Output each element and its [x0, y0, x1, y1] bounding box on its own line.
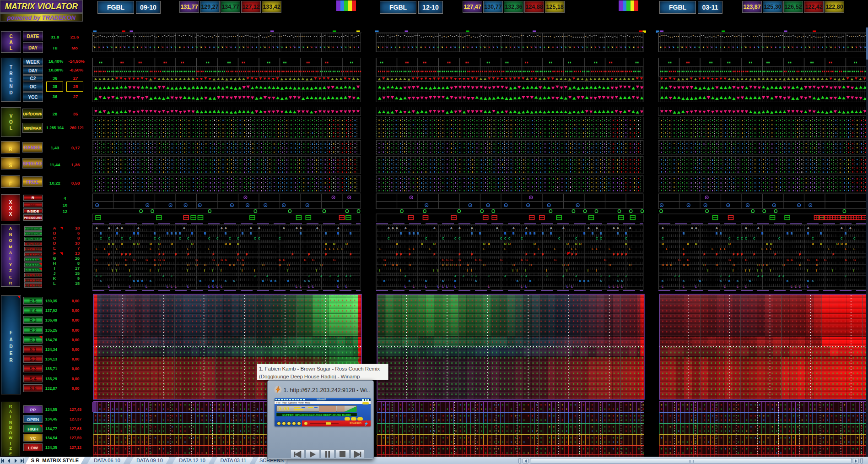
svg-text:B: B — [807, 232, 809, 235]
svg-text:F: F — [350, 253, 351, 256]
svg-text:H: H — [467, 263, 469, 267]
svg-text:D: D — [483, 242, 485, 246]
svg-text:F: F — [542, 253, 544, 256]
svg-text:F: F — [716, 253, 717, 256]
svg-text:F: F — [613, 253, 615, 256]
svg-text:J: J — [96, 274, 97, 278]
svg-text:C: C — [187, 237, 189, 240]
svg-text:A: A — [629, 226, 631, 229]
svg-text:G: G — [475, 258, 477, 262]
svg-text:H: H — [262, 263, 264, 267]
svg-text:C: C — [508, 237, 511, 240]
svg-text:C: C — [853, 237, 856, 240]
svg-text:F: F — [534, 253, 535, 256]
svg-text:L: L — [521, 285, 523, 288]
svg-text:D: D — [171, 242, 173, 246]
svg-text:J: J — [329, 274, 331, 278]
svg-text:K: K — [683, 279, 685, 283]
svg-text:L: L — [799, 285, 801, 288]
svg-text:J: J — [404, 274, 406, 278]
svg-text:A: A — [183, 226, 185, 229]
svg-text:J: J — [345, 274, 347, 278]
svg-text:B: B — [137, 232, 140, 235]
svg-text:H: H — [757, 263, 760, 267]
svg-text:I: I — [596, 269, 597, 272]
svg-text:F: F — [525, 253, 527, 256]
svg-text:L: L — [571, 285, 573, 288]
svg-text:A: A — [841, 226, 843, 229]
svg-text:C: C — [216, 237, 219, 240]
svg-text:G: G — [521, 258, 523, 262]
svg-text:K: K — [454, 279, 457, 283]
svg-text:H: H — [454, 263, 457, 267]
svg-text:H: H — [703, 263, 706, 267]
svg-text:K: K — [621, 279, 623, 283]
svg-text:C: C — [728, 237, 731, 240]
svg-text:I: I — [187, 269, 188, 272]
svg-text:I: I — [525, 269, 526, 272]
svg-text:L: L — [437, 285, 439, 288]
svg-text:I: I — [437, 269, 438, 272]
svg-text:K: K — [212, 279, 215, 283]
svg-text:B: B — [400, 232, 402, 235]
svg-text:A: A — [716, 226, 718, 229]
svg-text:L: L — [312, 285, 314, 288]
svg-text:D: D — [534, 242, 536, 246]
svg-text:C: C — [254, 237, 256, 240]
svg-text:K: K — [475, 279, 477, 283]
svg-text:H: H — [233, 263, 235, 267]
svg-text:A: A — [404, 226, 407, 229]
svg-text:B: B — [133, 232, 135, 235]
svg-text:J: J — [308, 274, 310, 278]
svg-text:J: J — [546, 274, 548, 278]
svg-text:F: F — [617, 253, 619, 256]
svg-text:K: K — [617, 279, 619, 283]
svg-text:D: D — [150, 242, 152, 246]
svg-text:H: H — [320, 263, 323, 267]
svg-text:L: L — [617, 285, 619, 288]
svg-text:H: H — [458, 263, 461, 267]
svg-text:J: J — [728, 274, 730, 278]
svg-text:J: J — [254, 274, 256, 278]
svg-text:F: F — [733, 253, 734, 256]
svg-text:B: B — [550, 232, 552, 235]
svg-text:I: I — [832, 269, 833, 272]
svg-text:L: L — [525, 285, 527, 288]
svg-text:C: C — [812, 237, 814, 240]
svg-text:E: E — [853, 247, 856, 251]
svg-text:D: D — [488, 242, 490, 246]
svg-text:C: C — [575, 237, 577, 240]
svg-text:L: L — [171, 285, 173, 288]
svg-text:H: H — [287, 263, 290, 267]
svg-text:I: I — [254, 269, 255, 272]
svg-text:F: F — [291, 253, 293, 256]
svg-text:G: G — [853, 258, 856, 262]
svg-text:E: E — [538, 247, 540, 251]
svg-text:B: B — [820, 232, 822, 235]
svg-text:D: D — [433, 242, 436, 246]
svg-text:C: C — [558, 237, 561, 240]
svg-text:C: C — [504, 237, 507, 240]
svg-text:H: H — [446, 263, 448, 267]
svg-text:C: C — [279, 237, 281, 240]
svg-text:I: I — [287, 269, 288, 272]
svg-text:L: L — [446, 285, 448, 288]
svg-text:G: G — [133, 258, 135, 262]
svg-text:J: J — [471, 274, 473, 278]
svg-text:E: E — [429, 247, 431, 251]
svg-text:K: K — [662, 279, 664, 283]
svg-text:A: A — [525, 226, 528, 229]
svg-text:G: G — [304, 258, 306, 262]
svg-text:L: L — [296, 285, 297, 288]
svg-text:L: L — [609, 285, 610, 288]
svg-text:L: L — [129, 285, 131, 288]
svg-text:L: L — [566, 285, 568, 288]
svg-text:G: G — [824, 258, 826, 262]
svg-text:C: C — [100, 237, 102, 240]
svg-text:L: L — [413, 285, 415, 288]
svg-text:A: A — [596, 226, 598, 229]
svg-text:G: G — [225, 258, 227, 262]
svg-text:J: J — [674, 274, 676, 278]
svg-text:G: G — [787, 258, 789, 262]
svg-text:C: C — [454, 237, 457, 240]
